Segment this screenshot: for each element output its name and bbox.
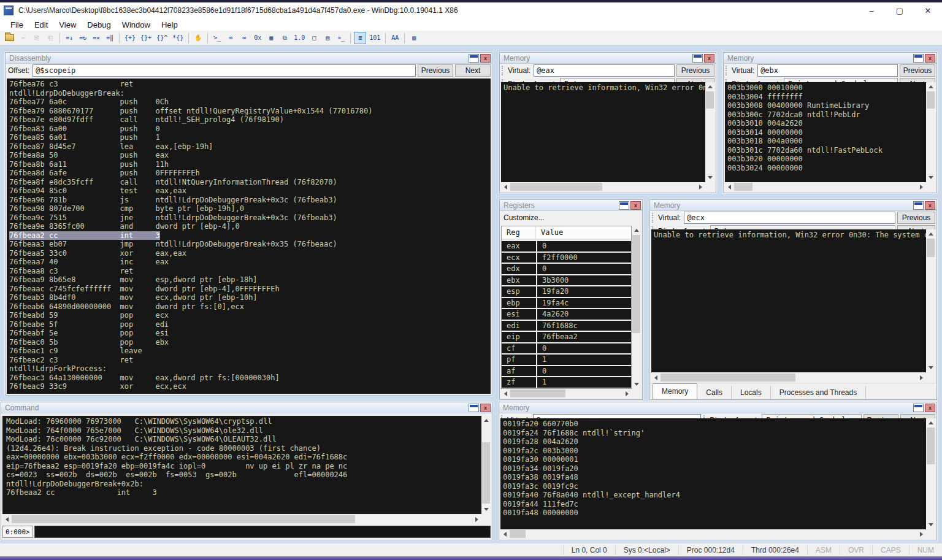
drag-grip-icon[interactable] xyxy=(652,213,654,223)
scripts-window-icon[interactable]: »_ xyxy=(335,32,347,44)
break-icon[interactable]: ≡‖ xyxy=(104,32,116,44)
vertical-scrollbar[interactable] xyxy=(481,416,491,514)
vertical-scrollbar[interactable] xyxy=(926,82,935,182)
drag-grip-icon[interactable] xyxy=(502,66,504,75)
previous-button[interactable]: Previous xyxy=(897,212,935,224)
asm-line[interactable]: 76fbea96 781b js ntdll!LdrpDoDebuggerBre… xyxy=(9,196,488,205)
dock-icon[interactable] xyxy=(913,404,924,412)
asm-line-current[interactable]: 76fbeaa2 cc int 3 xyxy=(9,231,488,240)
options-icon[interactable]: ▧ xyxy=(408,32,420,44)
next-button[interactable]: Next xyxy=(455,64,491,77)
register-row-zf[interactable]: zf1 xyxy=(502,377,631,388)
menu-item-edit[interactable]: Edit xyxy=(29,19,53,31)
assembly-mode-icon[interactable]: 101 xyxy=(367,32,382,44)
offset-input[interactable] xyxy=(33,64,416,77)
open-source-file-icon[interactable] xyxy=(3,32,16,44)
asm-line[interactable]: 76fbea83 6a00 push 0 xyxy=(9,125,488,134)
call-stack-window-icon[interactable]: ⧉ xyxy=(278,32,291,44)
dock-icon[interactable] xyxy=(913,54,924,63)
asm-line[interactable]: 76fbeac9 33c9 xor ecx,ecx xyxy=(9,382,488,391)
close-icon[interactable]: x xyxy=(480,54,491,63)
register-row-ebp[interactable]: ebp19fa4c xyxy=(502,298,631,309)
source-mode-on-icon[interactable]: ≣ xyxy=(354,32,366,44)
close-icon[interactable]: x xyxy=(630,201,641,210)
asm-line[interactable]: 76fbeaa7 40 inc eax xyxy=(9,258,488,267)
close-icon[interactable]: x xyxy=(925,404,935,412)
vertical-scrollbar[interactable] xyxy=(926,418,935,529)
asm-line[interactable]: 76fbeaa5 33c0 xor eax,eax xyxy=(9,249,488,258)
asm-line[interactable]: 76fbeaa9 8b65e8 mov esp,dword ptr [ebp-1… xyxy=(9,275,488,285)
dock-icon[interactable] xyxy=(619,201,629,210)
asm-line[interactable]: 76fbea8d 6afe push 0FFFFFFFEh xyxy=(9,169,488,178)
asm-line[interactable]: 76fbeaa3 eb07 jmp ntdll!LdrpDoDebuggerBr… xyxy=(9,240,488,249)
restart-icon[interactable]: ≡↻ xyxy=(77,32,89,44)
register-row-pf[interactable]: pf1 xyxy=(502,355,631,365)
locals-window-icon[interactable]: ∞ xyxy=(238,32,250,44)
asm-line[interactable]: 76fbea94 85c0 test eax,eax xyxy=(9,186,488,196)
go-icon[interactable]: ≡↓ xyxy=(63,32,75,44)
asm-line[interactable]: 76fbeabe 5f pop edi xyxy=(9,320,488,329)
asm-line[interactable]: 76fbea77 6a0c push 0Ch xyxy=(9,98,488,107)
asm-line[interactable]: 76fbea8a 50 push eax xyxy=(9,151,488,160)
asm-line[interactable]: 76fbea85 6a01 push 1 xyxy=(9,133,488,142)
previous-button[interactable]: Previous xyxy=(900,64,935,77)
menu-item-debug[interactable]: Debug xyxy=(82,19,116,31)
step-over-icon[interactable]: {}+ xyxy=(139,32,153,44)
asm-line[interactable]: 76fbea8f e8dc35fcff call ntdll!NtQueryIn… xyxy=(9,178,488,187)
menu-item-file[interactable]: File xyxy=(5,19,29,31)
vertical-scrollbar[interactable] xyxy=(705,82,714,182)
horizontal-scrollbar[interactable] xyxy=(2,515,481,524)
floats-window-icon[interactable]: 1.0 xyxy=(292,32,307,44)
horizontal-scrollbar[interactable] xyxy=(725,182,926,191)
asm-line[interactable]: 76fbeabf 5e pop esi xyxy=(9,329,488,338)
asm-line[interactable]: 76fbea8b 6a11 push 11h xyxy=(9,160,488,169)
vertical-scrollbar[interactable] xyxy=(926,229,935,372)
previous-button[interactable]: Previous xyxy=(676,64,714,77)
command-window-icon[interactable]: >_ xyxy=(211,32,223,44)
tab-processes-and-threads[interactable]: Processes and Threads xyxy=(771,386,867,399)
command-input[interactable] xyxy=(34,526,491,538)
close-icon[interactable]: x xyxy=(925,54,935,63)
virtual-address-input[interactable] xyxy=(757,64,898,77)
virtual-address-input[interactable] xyxy=(684,212,895,224)
menu-item-help[interactable]: Help xyxy=(156,19,183,31)
horizontal-scrollbar[interactable] xyxy=(651,373,926,382)
horizontal-scrollbar[interactable] xyxy=(500,529,926,539)
step-out-icon[interactable]: {}^ xyxy=(155,32,169,44)
close-icon[interactable]: x xyxy=(925,201,935,210)
vertical-scrollbar[interactable] xyxy=(632,226,641,389)
menu-item-window[interactable]: Window xyxy=(117,19,156,31)
asm-line[interactable]: 76fbeac1 c9 leave xyxy=(9,347,488,356)
dock-icon[interactable] xyxy=(913,201,924,210)
asm-line[interactable]: 76fbeac0 5b pop ebx xyxy=(9,338,488,347)
asm-line[interactable]: ntdll!LdrpForkProcess: xyxy=(9,364,488,374)
asm-line[interactable]: 76fbea76 c3 ret xyxy=(9,80,488,89)
breakpoint-hand-icon[interactable]: ✋ xyxy=(192,32,204,44)
register-row-esp[interactable]: esp19fa20 xyxy=(502,286,631,297)
register-row-eax[interactable]: eax0 xyxy=(502,241,631,251)
asm-line[interactable]: 76fbeab3 8b4df0 mov ecx,dword ptr [ebp-1… xyxy=(9,293,488,302)
command-window-icon[interactable] xyxy=(469,404,479,412)
customize-link[interactable]: Customize... xyxy=(500,211,642,224)
register-row-af[interactable]: af0 xyxy=(502,366,631,377)
asm-line[interactable]: 76fbeabd 59 pop ecx xyxy=(9,311,488,320)
stop-debugging-icon[interactable]: ≡✕ xyxy=(90,32,102,44)
asm-line[interactable]: 76fbeaa8 c3 ret xyxy=(9,267,488,276)
close-button[interactable]: ✕ xyxy=(914,2,942,18)
previous-button[interactable]: Previous xyxy=(418,64,453,77)
asm-line[interactable]: 76fbeac2 c3 ret xyxy=(9,356,488,365)
asm-line[interactable]: 76fbeaac c745fcfeffffff mov dword ptr [e… xyxy=(9,285,488,294)
tab-calls[interactable]: Calls xyxy=(697,386,732,399)
asm-line[interactable]: 76fbea79 6880670177 push offset ntdll!Qu… xyxy=(9,107,488,116)
close-icon[interactable]: x xyxy=(480,404,491,412)
asm-line[interactable]: 76fbea9e 8365fc00 and dword ptr [ebp-4],… xyxy=(9,222,488,231)
minimize-button[interactable]: – xyxy=(857,2,886,18)
tab-locals[interactable]: Locals xyxy=(732,386,771,399)
asm-line[interactable]: 76fbea9c 7515 jne ntdll!LdrpDoDebuggerBr… xyxy=(9,213,488,223)
register-row-edi[interactable]: edi76f1688c xyxy=(502,321,631,331)
close-icon[interactable]: x xyxy=(704,54,714,63)
register-row-cf[interactable]: cf0 xyxy=(502,343,631,354)
dock-icon[interactable] xyxy=(469,54,479,63)
menu-item-view[interactable]: View xyxy=(53,19,82,31)
register-row-eip[interactable]: eip76fbeaa2 xyxy=(502,332,631,342)
